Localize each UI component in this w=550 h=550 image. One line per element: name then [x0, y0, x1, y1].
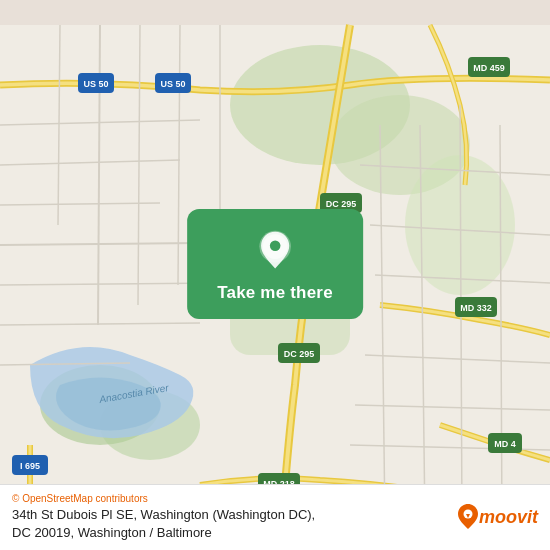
- svg-text:US 50: US 50: [160, 79, 185, 89]
- svg-text:MD 332: MD 332: [460, 303, 492, 313]
- svg-point-50: [270, 240, 281, 251]
- svg-text:MD 4: MD 4: [494, 439, 516, 449]
- address-text: 34th St Dubois Pl SE, Washington (Washin…: [12, 506, 447, 542]
- moovit-logo: moovit: [457, 503, 538, 531]
- take-me-there-button[interactable]: Take me there: [217, 283, 333, 303]
- osm-credit: © OpenStreetMap contributors: [12, 493, 447, 504]
- map-container: US 50 US 50 MD 459 DC 295 DC 295 I 695 M…: [0, 0, 550, 550]
- svg-text:US 50: US 50: [83, 79, 108, 89]
- location-card: Take me there: [187, 209, 363, 319]
- svg-text:I 695: I 695: [20, 461, 40, 471]
- info-bar: © OpenStreetMap contributors 34th St Dub…: [0, 484, 550, 550]
- address-line1: 34th St Dubois Pl SE, Washington (Washin…: [12, 507, 315, 522]
- moovit-text: moovit: [479, 507, 538, 528]
- svg-text:DC 295: DC 295: [326, 199, 357, 209]
- address-line2: DC 20019, Washington / Baltimore: [12, 525, 212, 540]
- svg-text:MD 459: MD 459: [473, 63, 505, 73]
- svg-text:DC 295: DC 295: [284, 349, 315, 359]
- moovit-pin-icon: [457, 503, 479, 531]
- location-pin-icon: [253, 229, 297, 273]
- address-block: © OpenStreetMap contributors 34th St Dub…: [12, 493, 447, 542]
